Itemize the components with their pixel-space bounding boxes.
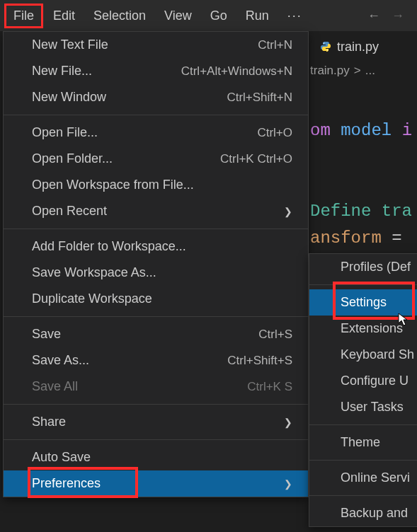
menu-item-label: Save All [32, 379, 78, 394]
menu-item-save-all: Save All Ctrl+K S [4, 374, 308, 400]
menu-item-shortcut: Ctrl+K Ctrl+O [220, 152, 292, 166]
menu-item-label: Open Recent [32, 204, 107, 219]
menu-separator [309, 284, 417, 285]
code-token: model [331, 121, 402, 140]
menu-separator [309, 495, 417, 496]
submenu-item-profiles[interactable]: Profiles (Def [309, 254, 417, 280]
menu-separator [4, 404, 308, 405]
code-token: i [402, 121, 412, 140]
menu-item-save-as[interactable]: Save As... Ctrl+Shift+S [4, 347, 308, 374]
menu-item-new-file[interactable]: New File... Ctrl+Alt+Windows+N [4, 58, 308, 84]
menu-separator [4, 439, 308, 440]
menu-item-label: Preferences [32, 476, 101, 491]
submenu-item-user-tasks[interactable]: User Tasks [309, 394, 417, 420]
menu-item-label: New File... [32, 64, 92, 79]
menu-item-label: Auto Save [32, 450, 91, 465]
menu-item-save[interactable]: Save Ctrl+S [4, 321, 308, 347]
menu-item-preferences[interactable]: Preferences ❯ [4, 470, 308, 497]
menu-item-shortcut: Ctrl+S [258, 328, 292, 342]
nav-arrows: ← → [367, 8, 413, 23]
menu-item-label: Share [32, 415, 66, 429]
tab-train-py[interactable]: train.py [310, 31, 389, 62]
menu-separator [309, 424, 417, 425]
code-token: om [310, 121, 331, 140]
submenu-item-settings[interactable]: Settings [309, 289, 417, 316]
menu-item-new-text-file[interactable]: New Text File Ctrl+N [4, 32, 308, 58]
svg-point-0 [324, 42, 325, 44]
menu-item-label: Open Workspace from File... [32, 178, 194, 192]
menu-view[interactable]: View [156, 4, 200, 28]
nav-forward-icon[interactable]: → [392, 8, 404, 23]
svg-point-1 [327, 50, 329, 51]
menu-item-shortcut: Ctrl+O [257, 126, 292, 140]
python-icon [320, 41, 331, 52]
menu-item-duplicate-workspace[interactable]: Duplicate Workspace [4, 286, 308, 312]
preferences-submenu: Profiles (Def Settings Extensions Keyboa… [309, 253, 417, 527]
chevron-right-icon: ❯ [284, 417, 292, 428]
code-token: ansform [310, 229, 382, 248]
submenu-item-configure-user[interactable]: Configure U [309, 368, 417, 394]
menu-item-shortcut: Ctrl+K S [247, 380, 292, 394]
chevron-right-icon: > [354, 64, 361, 78]
menu-separator [4, 115, 308, 115]
chevron-right-icon: ❯ [284, 206, 292, 217]
chevron-right-icon: ❯ [284, 478, 292, 490]
menu-item-label: Save Workspace As... [32, 265, 156, 280]
menu-item-open-recent[interactable]: Open Recent ❯ [4, 198, 308, 224]
submenu-item-online-services[interactable]: Online Servi [309, 465, 417, 491]
submenu-item-keyboard-shortcuts[interactable]: Keyboard Sh [309, 342, 417, 368]
menu-item-label: New Text File [32, 37, 108, 52]
submenu-item-theme[interactable]: Theme [309, 429, 417, 456]
code-blankline [310, 175, 320, 194]
menu-item-shortcut: Ctrl+N [258, 38, 292, 52]
submenu-item-extensions[interactable]: Extensions [309, 316, 417, 342]
menu-item-save-workspace-as[interactable]: Save Workspace As... [4, 260, 308, 286]
menu-go[interactable]: Go [202, 4, 236, 28]
menu-separator [309, 460, 417, 461]
nav-back-icon[interactable]: ← [367, 8, 380, 23]
menu-file[interactable]: File [4, 4, 43, 28]
menu-item-shortcut: Ctrl+Shift+N [227, 91, 292, 105]
menu-separator [4, 316, 308, 317]
menu-selection[interactable]: Selection [85, 4, 154, 28]
menu-item-label: Open File... [32, 125, 98, 140]
code-blankline [310, 148, 320, 167]
breadcrumb-file: train.py [310, 64, 350, 78]
menu-item-label: Save [32, 327, 61, 342]
menu-item-open-file[interactable]: Open File... Ctrl+O [4, 120, 308, 146]
breadcrumb-rest: ... [365, 64, 375, 78]
submenu-item-backup[interactable]: Backup and [309, 500, 417, 526]
breadcrumb[interactable]: train.py > ... [310, 64, 375, 78]
menu-item-new-window[interactable]: New Window Ctrl+Shift+N [4, 84, 308, 110]
code-token: = [382, 229, 412, 248]
tab-label: train.py [337, 40, 379, 54]
menu-item-shortcut: Ctrl+Alt+Windows+N [181, 64, 292, 79]
menu-item-auto-save[interactable]: Auto Save [4, 444, 308, 470]
menu-run[interactable]: Run [237, 4, 278, 28]
menu-item-label: Add Folder to Workspace... [32, 239, 186, 254]
menu-item-open-workspace-file[interactable]: Open Workspace from File... [4, 172, 308, 198]
menu-item-add-folder-workspace[interactable]: Add Folder to Workspace... [4, 233, 308, 260]
menu-item-share[interactable]: Share ❯ [4, 409, 308, 435]
code-area[interactable]: om model i Define tra ansform = transfor [310, 91, 412, 279]
menubar: File Edit Selection View Go Run ··· ← → [0, 0, 417, 31]
menu-item-label: Save As... [32, 353, 89, 368]
file-menu-dropdown: New Text File Ctrl+N New File... Ctrl+Al… [3, 31, 309, 497]
menu-item-label: New Window [32, 90, 106, 105]
menu-item-label: Duplicate Workspace [32, 291, 152, 306]
code-comment: Define tra [310, 202, 412, 221]
menu-item-open-folder[interactable]: Open Folder... Ctrl+K Ctrl+O [4, 146, 308, 172]
menu-separator [4, 229, 308, 229]
menu-item-label: Open Folder... [32, 151, 113, 166]
menu-item-shortcut: Ctrl+Shift+S [227, 354, 292, 368]
tab-bar: train.py [310, 31, 417, 62]
menu-overflow-icon[interactable]: ··· [279, 4, 311, 28]
menu-edit[interactable]: Edit [45, 4, 84, 28]
